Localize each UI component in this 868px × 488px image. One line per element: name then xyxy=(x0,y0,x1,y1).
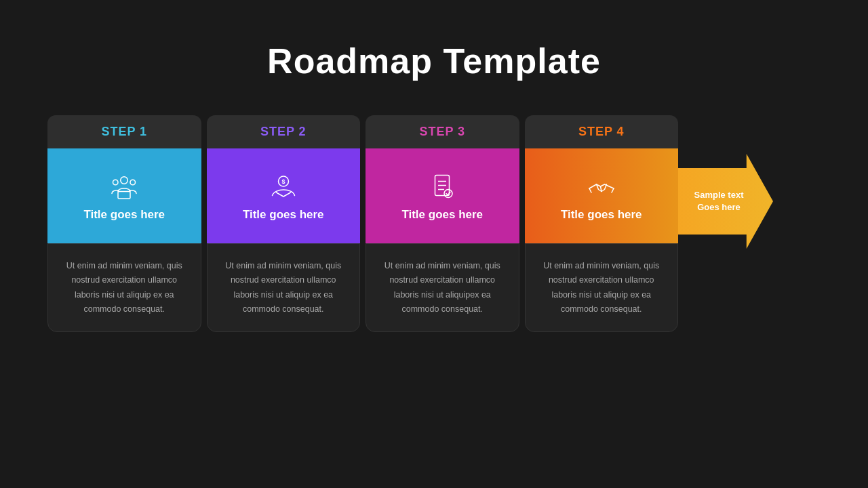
step1-desc: Ut enim ad minim veniam, quis nostrud ex… xyxy=(60,259,189,317)
step4-card-title: Title goes here xyxy=(561,208,642,222)
svg-text:$: $ xyxy=(281,178,285,185)
step4-desc-card: Ut enim ad minim veniam, quis nostrud ex… xyxy=(525,243,679,332)
step3-desc-card: Ut enim ad minim veniam, quis nostrud ex… xyxy=(366,243,519,332)
step2-desc-card: Ut enim ad minim veniam, quis nostrud ex… xyxy=(207,243,361,332)
svg-point-1 xyxy=(113,180,119,185)
meeting-icon xyxy=(108,170,140,203)
money-icon: $ xyxy=(267,170,300,203)
step4-desc: Ut enim ad minim veniam, quis nostrud ex… xyxy=(538,259,666,317)
arrow-text-line1: Sample text xyxy=(694,190,744,200)
step4-card: Title goes here xyxy=(525,148,679,243)
step2-card-title: Title goes here xyxy=(243,208,324,222)
step1-card: Title goes here xyxy=(47,148,201,243)
checklist-icon xyxy=(426,170,458,203)
arrow-text-line2: Goes here xyxy=(697,202,741,212)
step1-label: STEP 1 xyxy=(101,125,147,138)
step3-header: STEP 3 xyxy=(366,115,519,148)
desc-row: Ut enim ad minim veniam, quis nostrud ex… xyxy=(47,243,678,332)
svg-point-2 xyxy=(130,180,136,185)
step3-card-title: Title goes here xyxy=(401,208,483,222)
cards-band: Title goes here $ Title goes here xyxy=(47,148,678,243)
step2-desc: Ut enim ad minim veniam, quis nostrud ex… xyxy=(220,259,348,317)
svg-rect-3 xyxy=(118,192,130,199)
step2-header: STEP 2 xyxy=(207,115,361,148)
step1-desc-card: Ut enim ad minim veniam, quis nostrud ex… xyxy=(47,243,201,332)
roadmap-container: STEP 1 STEP 2 STEP 3 STEP 4 xyxy=(47,115,821,332)
step4-label: STEP 4 xyxy=(578,125,625,138)
steps-header: STEP 1 STEP 2 STEP 3 STEP 4 xyxy=(47,115,678,148)
svg-point-10 xyxy=(444,190,452,198)
svg-point-0 xyxy=(121,177,128,184)
arrow-text: Sample text Goes here xyxy=(694,189,744,214)
page-title: Roadmap Template xyxy=(267,41,601,81)
step3-card: Title goes here xyxy=(366,148,519,243)
handshake-icon xyxy=(585,170,618,203)
step2-card: $ Title goes here xyxy=(207,148,361,243)
step2-label: STEP 2 xyxy=(260,125,307,138)
step3-label: STEP 3 xyxy=(419,125,465,138)
step4-header: STEP 4 xyxy=(525,115,679,148)
step3-desc: Ut enim ad minim veniam, quis nostrud ex… xyxy=(378,259,507,317)
step1-card-title: Title goes here xyxy=(83,208,165,222)
step1-header: STEP 1 xyxy=(47,115,201,148)
roadmap-arrow: Sample text Goes here xyxy=(678,154,773,249)
